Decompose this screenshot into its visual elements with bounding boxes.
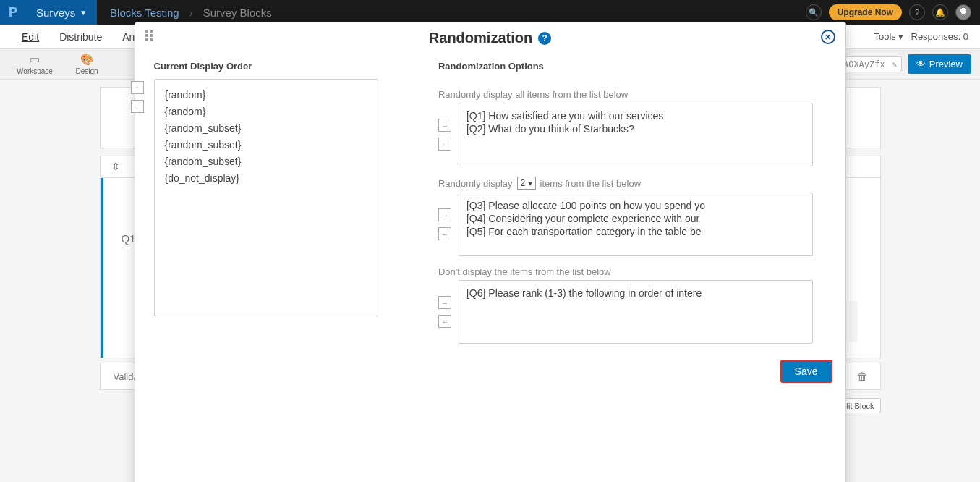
workspace-icon: ▭ xyxy=(30,53,40,66)
trash-icon[interactable]: 🗑 xyxy=(857,371,867,382)
group3-label: Don't display the items from the list be… xyxy=(438,266,814,277)
preview-label: Preview xyxy=(929,59,963,69)
list-item[interactable]: [Q1] How satisfied are you with our serv… xyxy=(466,109,806,122)
eye-icon: 👁 xyxy=(916,59,926,69)
display-order-title: Current Display Order xyxy=(154,61,378,72)
save-button[interactable]: Save xyxy=(780,360,832,383)
list-item[interactable]: {random_subset} xyxy=(165,120,367,137)
group2-listbox[interactable]: [Q3] Please allocate 100 points on how y… xyxy=(459,193,814,256)
reorder-arrows: ↑ ↓ xyxy=(131,81,144,344)
workspace-button[interactable]: ▭ Workspace xyxy=(9,53,61,75)
menu-distribute[interactable]: Distribute xyxy=(49,31,112,43)
collapse-toggle[interactable]: ⇳ xyxy=(108,158,124,174)
list-item[interactable]: [Q6] Please rank (1-3) the following in … xyxy=(466,287,806,300)
move-up-button[interactable]: ↑ xyxy=(131,81,144,94)
move-from-group-button[interactable]: ← xyxy=(438,227,451,240)
list-item[interactable]: [Q2] What do you think of Starbucks? xyxy=(466,122,806,135)
breadcrumb: Blocks Testing › Survey Blocks xyxy=(97,7,285,19)
notifications-icon[interactable]: 🔔 xyxy=(932,4,948,20)
section-name: Survey Blocks xyxy=(203,7,272,19)
menubar-right: Tools ▾ Responses: 0 xyxy=(874,31,968,42)
menu-edit[interactable]: Edit xyxy=(12,31,49,43)
modal-title-text: Randomization xyxy=(429,30,532,46)
surveys-dropdown[interactable]: Surveys ▼ xyxy=(26,0,97,25)
move-to-group-button[interactable]: → xyxy=(438,296,451,309)
move-to-group-button[interactable]: → xyxy=(438,119,451,132)
help-icon[interactable]: ? xyxy=(909,4,925,20)
modal-left-column: ↑ ↓ Current Display Order {random} {rand… xyxy=(167,61,438,344)
close-icon[interactable]: ✕ xyxy=(821,30,835,44)
modal-title: Randomization ? xyxy=(429,30,551,46)
palette-icon: 🎨 xyxy=(80,53,94,66)
project-name[interactable]: Blocks Testing xyxy=(110,7,179,19)
design-button[interactable]: 🎨 Design xyxy=(61,53,113,75)
modal-header: Randomization ? ✕ xyxy=(135,22,845,54)
top-nav: P Surveys ▼ Blocks Testing › Survey Bloc… xyxy=(0,0,980,25)
upgrade-button[interactable]: Upgrade Now xyxy=(829,4,902,20)
display-order-listbox[interactable]: {random} {random} {random_subset} {rando… xyxy=(154,79,378,316)
modal-footer: Save xyxy=(135,357,845,396)
surveys-label: Surveys xyxy=(36,7,75,19)
subset-count-select[interactable]: 2 ▾ xyxy=(517,177,536,190)
list-item[interactable]: {random_subset} xyxy=(165,153,367,170)
group2-label: Randomly display 2 ▾ items from the list… xyxy=(438,177,814,190)
move-down-button[interactable]: ↓ xyxy=(131,100,144,113)
pencil-icon[interactable]: ✎ xyxy=(892,60,897,69)
responses-count: Responses: 0 xyxy=(911,31,969,42)
list-item[interactable]: [Q5] For each transportation category in… xyxy=(466,225,806,238)
preview-button[interactable]: 👁 Preview xyxy=(908,54,971,74)
search-icon[interactable]: 🔍 xyxy=(806,4,822,20)
modal-body: ↑ ↓ Current Display Order {random} {rand… xyxy=(135,54,845,357)
tools-label: Tools xyxy=(874,31,896,42)
tools-dropdown[interactable]: Tools ▾ xyxy=(874,31,904,42)
avatar[interactable] xyxy=(955,4,971,20)
randomization-modal: Randomization ? ✕ ↑ ↓ Current Display Or… xyxy=(135,22,846,482)
list-item[interactable]: {do_not_display} xyxy=(165,170,367,187)
help-icon[interactable]: ? xyxy=(538,32,551,45)
list-item[interactable]: [Q4] Considering your complete experienc… xyxy=(466,212,806,225)
modal-overlay: Randomization ? ✕ ↑ ↓ Current Display Or… xyxy=(0,22,980,482)
list-item[interactable]: {random} xyxy=(165,87,367,103)
move-from-group-button[interactable]: ← xyxy=(438,315,451,328)
move-to-group-button[interactable]: → xyxy=(438,208,451,221)
group2-label-post: items from the list below xyxy=(540,178,641,189)
move-from-group-button[interactable]: ← xyxy=(438,138,451,151)
group1-label: Randomly display all items from the list… xyxy=(438,89,814,100)
list-item[interactable]: {random} xyxy=(165,103,367,120)
group3-listbox[interactable]: [Q6] Please rank (1-3) the following in … xyxy=(459,280,814,344)
modal-right-column: Randomization Options Randomly display a… xyxy=(438,61,814,344)
topnav-right: 🔍 Upgrade Now ? 🔔 xyxy=(806,0,980,25)
list-item[interactable]: [Q3] Please allocate 100 points on how y… xyxy=(466,199,806,212)
design-label: Design xyxy=(75,67,98,75)
list-item[interactable]: {random_subset} xyxy=(165,137,367,153)
workspace-label: Workspace xyxy=(17,67,53,75)
randomization-options-title: Randomization Options xyxy=(438,61,814,72)
chevron-down-icon: ▼ xyxy=(80,9,87,17)
group1-listbox[interactable]: [Q1] How satisfied are you with our serv… xyxy=(459,103,814,166)
drag-grip-icon[interactable] xyxy=(145,30,153,41)
brand-logo[interactable]: P xyxy=(0,0,26,25)
group2-label-pre: Randomly display xyxy=(438,178,513,189)
breadcrumb-separator: › xyxy=(189,7,193,19)
